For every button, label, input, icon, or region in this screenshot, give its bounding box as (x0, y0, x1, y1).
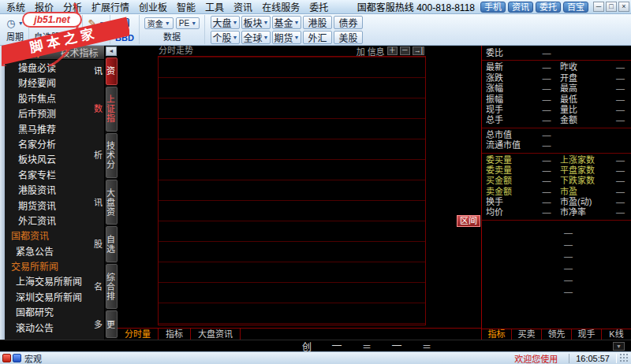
vertical-tab-自选股[interactable]: 自选股 (106, 226, 118, 262)
chart-tab-指标[interactable]: 指标 (159, 329, 191, 340)
draw-line-group[interactable]: ✎ ▼ 画线 (83, 15, 110, 44)
menu-item-创业板[interactable]: 创业板 (134, 0, 172, 13)
market-button-外汇[interactable]: 外汇 (303, 31, 332, 44)
quote-rows: 委比—最新—昨收—涨跌—开盘—涨幅—最高—振幅—最低—现手—量比—总手—金额—总… (482, 46, 631, 221)
panel-tab-领先[interactable]: 领先 (542, 329, 572, 340)
quote-row: 买金额—下跌家数— (482, 176, 631, 186)
quick-button-委托[interactable]: 委托 (536, 2, 561, 13)
quote-label: 最高 (560, 84, 610, 94)
market-button-个股[interactable]: 个股▼ (211, 31, 240, 44)
panel-tab-买卖[interactable]: 买卖 (512, 329, 542, 340)
menu-item-系统[interactable]: 系统 (2, 0, 30, 13)
toolbar-icon-row: ✎ ▼ (88, 17, 105, 29)
market-button-基金[interactable]: 基金▼ (272, 16, 301, 29)
panel-tab-K线[interactable]: K线 (602, 329, 631, 340)
resize-grip[interactable] (620, 354, 629, 362)
sidebar-item-股市焦点[interactable]: 股市焦点 (5, 92, 104, 107)
sidebar-item-后市预测[interactable]: 后市预测 (5, 107, 104, 122)
minimize-button[interactable]: ─ (593, 2, 604, 12)
menu-item-智能[interactable]: 智能 (172, 0, 200, 13)
bbd-group[interactable]: BBD (110, 15, 140, 44)
tab-technical-indicators[interactable]: 技术指标 (54, 46, 104, 59)
close-button[interactable]: × (618, 2, 629, 12)
menu-item-工具[interactable]: 工具 (200, 0, 229, 13)
menu-item-报价[interactable]: 报价 (30, 0, 58, 13)
chart-panel: 分时走势 加信息＋－→| 区间 分时量指标大盘资讯 (118, 46, 481, 340)
brush-icon[interactable] (120, 18, 129, 28)
period-group[interactable]: ◷ ▼ 周期 (2, 15, 29, 44)
sidebar-item-期货资讯[interactable]: 期货资讯 (5, 199, 104, 214)
market-button-美股[interactable]: 美股 (334, 31, 363, 44)
sidebar-item-上海交易所新闻[interactable]: 上海交易所新闻 (5, 275, 104, 290)
statusbar: 宏观 欢迎您使用 16:05:57 (0, 351, 631, 364)
sidebar-item-港股资讯[interactable]: 港股资讯 (5, 184, 104, 199)
market-button-期货[interactable]: 期货▼ (272, 31, 301, 44)
menu-item-分析[interactable]: 分析 (58, 0, 87, 13)
sidebar-section-国都资讯[interactable]: 国都资讯 (5, 229, 104, 244)
watchlist-group[interactable]: 自选股 F10 (29, 15, 83, 44)
vertical-tab-上证指数[interactable]: 上证指数 (106, 87, 118, 132)
macro-label[interactable]: 宏观 (24, 352, 42, 364)
chart-tab-大盘资讯[interactable]: 大盘资讯 (191, 329, 241, 340)
pe-dropdown[interactable]: PE ▼ (176, 17, 200, 29)
quote-value: — (533, 155, 560, 165)
quote-value: — (610, 187, 631, 197)
market-blue-icon[interactable] (13, 354, 21, 362)
market-button-板块[interactable]: 板块▼ (241, 16, 271, 29)
menu-item-扩展行情[interactable]: 扩展行情 (87, 0, 134, 13)
ticker-dropdown-button[interactable]: ▼ (613, 342, 625, 351)
clock-icon[interactable]: ◷ (6, 18, 15, 28)
quote-value: — (533, 105, 560, 115)
intraday-chart-plot[interactable] (158, 56, 426, 325)
sidebar-item-国都研究[interactable]: 国都研究 (5, 306, 104, 321)
vertical-tab-技术分析[interactable]: 技术分析 (106, 133, 118, 178)
market-button-债券[interactable]: 债券 (334, 16, 363, 29)
sidebar-item-紧急公告[interactable]: 紧急公告 (5, 245, 104, 260)
range-button[interactable]: 区间 (457, 215, 480, 227)
chart-tab-分时量[interactable]: 分时量 (118, 329, 159, 340)
menu-item-在线服务[interactable]: 在线服务 (257, 0, 304, 13)
vertical-tab-综合排名[interactable]: 综合排名 (106, 264, 118, 309)
market-button-全球[interactable]: 全球▼ (241, 31, 271, 44)
tab-news[interactable]: 资讯 (5, 46, 54, 59)
zoom-out-button[interactable]: － (400, 46, 410, 55)
sidebar-item-名家分析[interactable]: 名家分析 (5, 138, 104, 153)
eraser-icon[interactable] (50, 20, 62, 27)
pencil-icon[interactable]: ✎ (88, 18, 97, 28)
market-button-label: 基金 (274, 16, 293, 29)
chart-header: 分时走势 加信息＋－→| (118, 46, 481, 56)
restore-button[interactable]: □ (606, 2, 617, 12)
panel-tab-指标[interactable]: 指标 (482, 329, 512, 340)
sidebar-item-外汇资讯[interactable]: 外汇资讯 (5, 214, 104, 229)
sidebar-item-板块风云[interactable]: 板块风云 (5, 153, 104, 168)
vertical-tab-大盘资讯[interactable]: 大盘资讯 (106, 180, 118, 225)
sidebar-item-深圳交易所新闻[interactable]: 深圳交易所新闻 (5, 291, 104, 306)
vertical-tab-资讯[interactable]: 资讯 (106, 58, 118, 85)
quote-row: 均价—市净率— (482, 207, 631, 217)
vertical-tab-更多[interactable]: 更多 (106, 310, 118, 338)
ticker-bar: 创—＝—＝ ▼ (0, 340, 631, 351)
collapse-sidebar-button[interactable]: ◄ (106, 46, 117, 56)
sidebar-item-操盘必读[interactable]: 操盘必读 (5, 61, 104, 76)
sidebar-item-黑马推荐[interactable]: 黑马推荐 (5, 123, 104, 138)
zoom-in-button[interactable]: ＋ (387, 46, 398, 55)
panel-tab-现手[interactable]: 现手 (572, 329, 602, 340)
sidebar-section-交易所新闻[interactable]: 交易所新闻 (5, 260, 104, 275)
quick-button-手机[interactable]: 手机 (480, 2, 506, 13)
sidebar-item-名家专栏[interactable]: 名家专栏 (5, 169, 104, 184)
data-group[interactable]: 资金 ▼ PE ▼ 数据 (140, 15, 205, 44)
funds-dropdown[interactable]: 资金 ▼ (144, 17, 174, 29)
sidebar-item-财经要闻[interactable]: 财经要闻 (5, 76, 104, 91)
menu-item-资讯[interactable]: 资讯 (229, 0, 257, 13)
quote-label: 委比 (486, 48, 533, 58)
jump-latest-button[interactable]: →| (413, 46, 424, 55)
sidebar-item-滚动公告[interactable]: 滚动公告 (5, 321, 104, 336)
menu-item-委托[interactable]: 委托 (304, 0, 333, 13)
market-red-icon[interactable] (2, 354, 11, 362)
quick-button-资讯[interactable]: 资讯 (508, 2, 533, 13)
chevron-down-icon: ▼ (263, 35, 269, 40)
market-button-大盘[interactable]: 大盘▼ (211, 16, 240, 29)
sidebar-list: 操盘必读财经要闻股市焦点后市预测黑马推荐名家分析板块风云名家专栏港股资讯期货资讯… (5, 60, 104, 340)
market-button-港股[interactable]: 港股 (303, 16, 332, 29)
quick-button-百宝[interactable]: 百宝 (563, 2, 588, 13)
